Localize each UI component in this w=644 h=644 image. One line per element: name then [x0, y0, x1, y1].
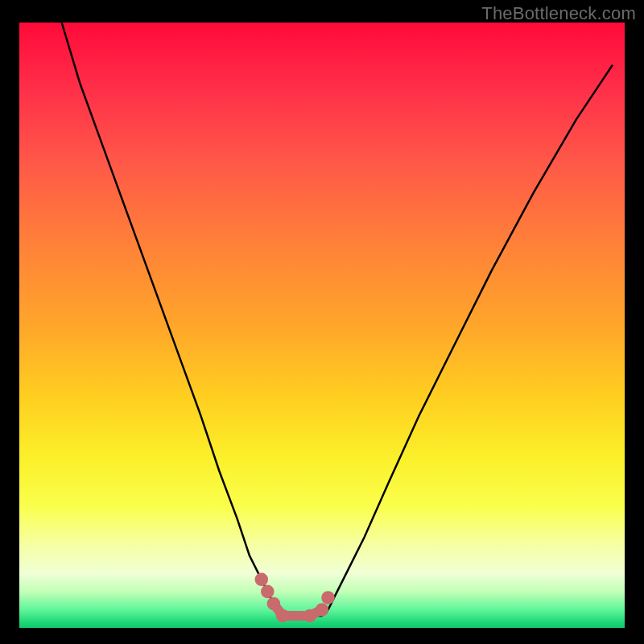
plot-area — [19, 23, 625, 628]
chart-frame: TheBottleneck.com — [0, 0, 644, 644]
bottom-marker-dot — [321, 591, 335, 605]
bottom-marker-dot — [261, 585, 275, 599]
bottom-marker-dot — [267, 597, 281, 611]
bottom-marker-dot — [276, 609, 290, 623]
curve-svg — [19, 23, 625, 628]
bottom-marker-dot — [255, 573, 269, 587]
bottom-marker-dot — [303, 609, 317, 623]
bottom-marker-dot — [316, 603, 329, 617]
bottleneck-curve-path — [62, 23, 613, 616]
watermark-text: TheBottleneck.com — [481, 3, 636, 24]
